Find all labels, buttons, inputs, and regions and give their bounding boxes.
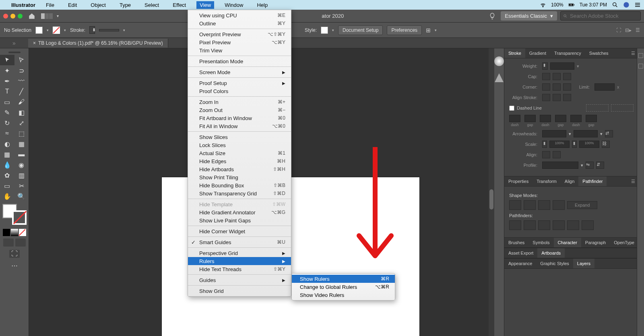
perspective-tool[interactable]: ▦ — [14, 139, 29, 149]
snap-icon[interactable]: ⛶ — [616, 27, 621, 33]
chevron-down-icon[interactable]: ▾ — [581, 163, 583, 168]
close-button[interactable] — [3, 14, 8, 19]
arrange-documents[interactable] — [41, 13, 53, 19]
divide[interactable] — [509, 220, 521, 230]
menu-item[interactable]: Proof Setup▶ — [188, 79, 291, 87]
home-icon[interactable] — [28, 12, 35, 20]
control-center-icon[interactable] — [634, 2, 641, 8]
menu-item[interactable]: Hide Edges⌘H — [188, 157, 291, 165]
zoom-tool[interactable]: 🔍 — [14, 191, 29, 201]
menu-item[interactable]: Show Print Tiling — [188, 173, 291, 181]
rotate-tool[interactable]: ↻ — [0, 118, 14, 128]
menu-item[interactable]: Overprint Preview⌥⇧⌘Y — [188, 30, 291, 38]
merge[interactable] — [538, 220, 550, 230]
corner-bevel[interactable] — [563, 83, 571, 91]
menu-item[interactable]: ✓Smart Guides⌘U — [188, 238, 291, 246]
align-center[interactable] — [542, 94, 550, 101]
color-mode[interactable] — [3, 229, 10, 236]
tab-artboards[interactable]: Artboards — [537, 248, 565, 258]
scale-stepper[interactable]: ⬍ — [542, 141, 547, 148]
width-tool[interactable]: ≈ — [0, 128, 14, 139]
menu-item[interactable]: Show Grid — [188, 287, 291, 295]
menu-item[interactable]: Fit All in Window⌥⌘0 — [188, 122, 291, 130]
line-tool[interactable]: ╱ — [14, 86, 29, 97]
document-tab[interactable]: ×TB Logo & Colors (1).pdf* @ 65.16% (RGB… — [28, 39, 168, 48]
corner-miter[interactable] — [542, 83, 550, 91]
dash-input-0[interactable] — [509, 115, 520, 122]
flip-along[interactable]: ⇋ — [586, 162, 594, 169]
gradient-mode[interactable] — [11, 229, 18, 236]
pen-tool[interactable]: ✒ — [0, 76, 14, 86]
menu-item[interactable]: Actual Size⌘1 — [188, 149, 291, 157]
chevron-down-icon[interactable]: ▾ — [569, 131, 571, 137]
arrow-end[interactable] — [574, 130, 598, 137]
chevron-down-icon[interactable]: ▾ — [332, 28, 334, 32]
align-outside[interactable] — [563, 94, 571, 101]
menu-select[interactable]: Select — [141, 1, 162, 9]
expand-button[interactable]: Expand — [567, 201, 597, 209]
menu-item[interactable]: Presentation Mode — [188, 57, 291, 65]
tab-pathfinder[interactable]: Pathfinder — [578, 176, 607, 186]
tab-transform[interactable]: Transform — [533, 176, 561, 186]
gap-input-2[interactable] — [586, 115, 597, 122]
menu-item[interactable]: Show Transparency Grid⇧⌘D — [188, 189, 291, 197]
menu-item[interactable]: Outline⌘Y — [188, 19, 291, 27]
chevron-down-icon[interactable]: ▾ — [435, 28, 437, 32]
trim[interactable] — [524, 220, 536, 230]
gap-input-1[interactable] — [555, 115, 566, 122]
chevron-down-icon[interactable]: ▾ — [47, 28, 49, 32]
mesh-tool[interactable]: ▦ — [0, 149, 14, 160]
profile-select[interactable] — [542, 162, 578, 169]
swap-arrows[interactable]: ⇄ — [605, 130, 613, 137]
hand-tool[interactable]: ✋ — [0, 191, 14, 201]
minus-front[interactable] — [524, 200, 536, 210]
unite[interactable] — [509, 200, 521, 210]
panel-menu-icon[interactable]: ☰ — [636, 27, 640, 33]
draw-normal[interactable] — [3, 239, 14, 247]
blend-tool[interactable]: ◉ — [14, 160, 29, 170]
tab-properties[interactable]: Properties — [504, 176, 533, 186]
arrow-align-end[interactable] — [553, 151, 561, 158]
menu-item[interactable]: Rulers▶ — [188, 257, 291, 265]
tab-swatches[interactable]: Swatches — [585, 48, 613, 58]
tab-appearance[interactable]: Appearance — [504, 259, 536, 268]
draw-behind[interactable] — [15, 239, 26, 247]
screen-mode-button[interactable]: ⛶ — [9, 250, 20, 258]
direct-selection-tool[interactable] — [14, 55, 29, 65]
minus-back[interactable] — [582, 220, 594, 230]
curvature-tool[interactable]: 〰 — [14, 76, 29, 86]
app-name[interactable]: Illustrator — [11, 2, 35, 8]
scale-end[interactable]: 100% — [579, 141, 599, 148]
menu-item[interactable]: Lock Slices — [188, 141, 291, 149]
fill-stroke-indicator[interactable] — [2, 204, 27, 225]
expand-dock-icon[interactable]: » — [0, 40, 28, 46]
tab-symbols[interactable]: Symbols — [528, 238, 553, 247]
menu-item[interactable]: Pixel Preview⌥⌘Y — [188, 38, 291, 46]
tab-align[interactable]: Align — [561, 176, 578, 186]
menu-item[interactable]: Guides▶ — [188, 276, 291, 284]
tab-opentype[interactable]: OpenType — [610, 238, 638, 247]
gradient-tool[interactable]: ▬ — [14, 149, 29, 160]
style-swatch[interactable] — [321, 27, 328, 34]
column-graph-tool[interactable]: ▥ — [14, 170, 29, 180]
menu-item[interactable]: Zoom Out⌘− — [188, 106, 291, 114]
color-panel-icon[interactable] — [494, 56, 504, 66]
artboard-tool[interactable]: ▭ — [0, 180, 14, 191]
close-icon[interactable]: × — [33, 40, 36, 46]
panel-icon[interactable] — [638, 64, 643, 68]
menu-type[interactable]: Type — [116, 1, 134, 9]
gap-input-0[interactable] — [524, 115, 536, 122]
scale-start[interactable]: 100% — [549, 141, 570, 148]
dash-align[interactable] — [611, 104, 634, 112]
submenu-item[interactable]: Change to Global Rulers⌥⌘R — [292, 283, 395, 291]
siri-icon[interactable] — [623, 2, 630, 8]
menu-object[interactable]: Object — [87, 1, 109, 9]
chevron-down-icon[interactable]: ▾ — [64, 28, 66, 32]
outline-pf[interactable] — [567, 220, 579, 230]
selection-tool[interactable] — [0, 55, 14, 65]
crop[interactable] — [553, 220, 565, 230]
menu-item[interactable]: Hide Gradient Annotator⌥⌘G — [188, 208, 291, 216]
dashed-checkbox[interactable] — [509, 106, 514, 111]
fill-swatch[interactable] — [35, 27, 43, 34]
chevron-down-icon[interactable]: ▾ — [57, 14, 59, 18]
